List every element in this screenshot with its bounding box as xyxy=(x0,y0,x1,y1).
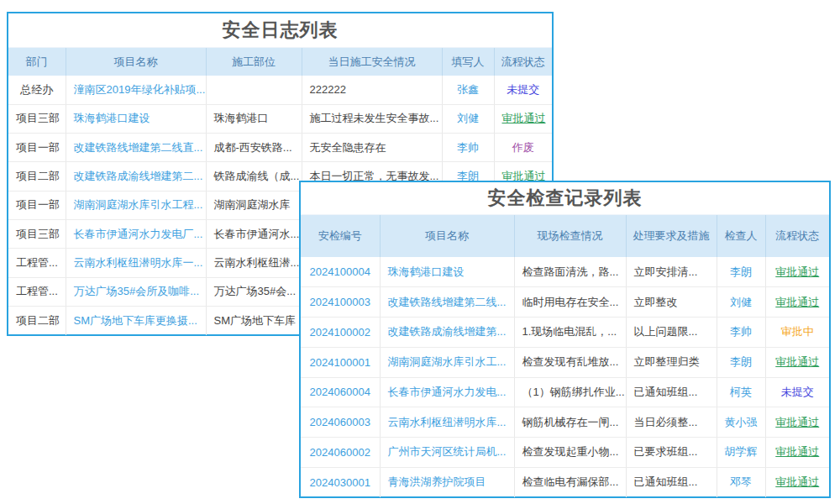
project-name-cell[interactable]: 珠海鹤港口建设 xyxy=(380,257,514,287)
project-name-cell[interactable]: 珠海鹤港口建设 xyxy=(66,104,206,133)
inspection-number-link[interactable]: 2024060002 xyxy=(310,446,370,459)
inspection-number-link[interactable]: 2024060003 xyxy=(310,416,370,428)
project-name-cell[interactable]: 长春市伊通河水力发电厂... xyxy=(66,219,206,248)
inspection-number-link[interactable]: 2024030001 xyxy=(310,476,370,489)
inspection-number-cell[interactable]: 2024060004 xyxy=(301,377,380,407)
inspection-number-cell[interactable]: 2024100004 xyxy=(301,257,380,287)
filler-link[interactable]: 李帅 xyxy=(457,141,479,154)
inspection-number-link[interactable]: 2024060004 xyxy=(310,386,370,398)
inspection-number-cell[interactable]: 2024060003 xyxy=(301,407,380,438)
inspector-cell[interactable]: 黄小强 xyxy=(717,407,765,438)
project-name-cell[interactable]: 长春市伊通河水力发电... xyxy=(380,377,514,407)
project-name-link[interactable]: 珠海鹤港口建设 xyxy=(388,265,465,278)
project-name-cell[interactable]: 改建铁路线增建第二线直... xyxy=(66,134,206,162)
status-text[interactable]: 审批通过 xyxy=(775,416,819,428)
inspector-cell[interactable]: 邓琴 xyxy=(717,467,765,497)
project-name-link[interactable]: 改建铁路线增建第二线... xyxy=(388,296,507,308)
project-name-cell[interactable]: 改建铁路成渝线增建第... xyxy=(380,318,514,348)
project-name-cell[interactable]: 湖南洞庭湖水库引水工... xyxy=(380,347,514,377)
filler-link[interactable]: 刘健 xyxy=(457,112,479,124)
project-name-link[interactable]: 云南水利枢纽潜明水库... xyxy=(388,416,507,428)
inspector-cell[interactable]: 柯英 xyxy=(717,377,765,407)
department-cell: 工程管... xyxy=(8,277,66,306)
project-name-link[interactable]: 湖南洞庭湖水库引水工... xyxy=(388,355,507,368)
project-name-cell[interactable]: 湖南洞庭湖水库引水工程... xyxy=(66,191,206,219)
table-row: 2024060002广州市天河区统计局机...检查发现起重小物...已要求班组.… xyxy=(301,438,829,468)
project-name-link[interactable]: 长春市伊通河水力发电... xyxy=(388,386,507,398)
flow-status-cell[interactable]: 审批通过 xyxy=(494,104,552,133)
filler-cell[interactable]: 刘健 xyxy=(442,104,494,133)
status-text[interactable]: 审批通过 xyxy=(502,112,546,124)
project-name-link[interactable]: 珠海鹤港口建设 xyxy=(74,112,150,124)
header-row: 安检编号项目名称现场检查情况处理要求及措施检查人流程状态 xyxy=(301,215,829,257)
project-name-link[interactable]: 改建铁路线增建第二线直... xyxy=(74,141,203,154)
handling-requirements-text: 当日必须整... xyxy=(634,416,698,428)
department-cell: 项目一部 xyxy=(8,191,66,219)
inspector-link[interactable]: 黄小强 xyxy=(725,416,758,428)
safety-inspection-panel: 安全检查记录列表 安检编号项目名称现场检查情况处理要求及措施检查人流程状态 20… xyxy=(299,181,831,498)
inspection-number-cell[interactable]: 2024100001 xyxy=(301,347,380,377)
project-name-cell[interactable]: SM广场地下车库更换摄... xyxy=(66,306,206,334)
project-name-cell[interactable]: 万达广场35#会所及咖啡... xyxy=(66,277,206,306)
project-name-link[interactable]: 广州市天河区统计局机... xyxy=(388,445,507,458)
project-name-link[interactable]: 长春市伊通河水力发电厂... xyxy=(74,228,203,240)
project-name-link[interactable]: 潼南区2019年绿化补贴项... xyxy=(74,83,206,96)
project-name-cell[interactable]: 改建铁路线增建第二线... xyxy=(380,287,514,318)
flow-status-cell[interactable]: 审批通过 xyxy=(765,467,829,497)
flow-status-cell[interactable]: 审批通过 xyxy=(765,347,829,377)
department-cell: 项目三部 xyxy=(8,219,66,248)
handling-requirements-cell: 已通知班组... xyxy=(626,377,717,407)
project-name-link[interactable]: 改建铁路成渝线增建第... xyxy=(388,325,507,338)
inspection-number-cell[interactable]: 2024100003 xyxy=(301,287,380,318)
status-text[interactable]: 审批通过 xyxy=(775,265,819,278)
inspection-number-link[interactable]: 2024100001 xyxy=(310,356,370,369)
inspector-link[interactable]: 刘健 xyxy=(730,296,752,308)
inspector-link[interactable]: 李帅 xyxy=(730,325,752,338)
status-text[interactable]: 审批通过 xyxy=(775,296,819,308)
inspector-link[interactable]: 邓琴 xyxy=(730,475,752,488)
project-name-link[interactable]: 青海洪湖养护院项目 xyxy=(388,475,486,488)
construction-part-cell: 万达广场35#会... xyxy=(206,277,302,306)
column-header-handling-requirements: 处理要求及措施 xyxy=(626,215,717,257)
inspection-number-link[interactable]: 2024100003 xyxy=(310,296,370,308)
flow-status-cell[interactable]: 审批通过 xyxy=(765,287,829,318)
inspector-link[interactable]: 胡学辉 xyxy=(725,445,758,458)
handling-requirements-text: 立即整理归类 xyxy=(634,355,700,368)
table-row: 2024100004珠海鹤港口建设检查路面清洗，路...立即安排清...李朗审批… xyxy=(301,257,829,287)
project-name-link[interactable]: SM广场地下车库更换摄... xyxy=(74,314,197,327)
inspection-number-link[interactable]: 2024100004 xyxy=(310,265,370,278)
status-text[interactable]: 审批通过 xyxy=(775,445,819,458)
project-name-link[interactable]: 云南水利枢纽潜明水库一... xyxy=(74,256,203,269)
project-name-cell[interactable]: 潼南区2019年绿化补贴项... xyxy=(66,76,206,104)
project-name-cell[interactable]: 云南水利枢纽潜明水库一... xyxy=(66,249,206,277)
project-name-cell[interactable]: 广州市天河区统计局机... xyxy=(380,438,514,468)
inspection-number-link[interactable]: 2024100002 xyxy=(310,326,370,339)
inspection-number-cell[interactable]: 2024030001 xyxy=(301,467,380,497)
construction-part-cell: 珠海鹤港口 xyxy=(206,104,302,133)
filler-cell[interactable]: 张鑫 xyxy=(442,76,494,104)
inspector-cell[interactable]: 李朗 xyxy=(717,257,765,287)
inspector-cell[interactable]: 胡学辉 xyxy=(717,438,765,468)
inspection-number-cell[interactable]: 2024100002 xyxy=(301,318,380,348)
handling-requirements-text: 已要求班组... xyxy=(634,445,698,458)
inspector-cell[interactable]: 李朗 xyxy=(717,347,765,377)
project-name-link[interactable]: 改建铁路成渝线增建第二... xyxy=(74,170,203,182)
status-text[interactable]: 审批通过 xyxy=(775,475,819,488)
project-name-link[interactable]: 万达广场35#会所及咖啡... xyxy=(74,285,200,297)
inspector-cell[interactable]: 李帅 xyxy=(717,318,765,348)
flow-status-cell[interactable]: 审批通过 xyxy=(765,407,829,438)
status-text[interactable]: 审批通过 xyxy=(775,355,819,368)
inspector-link[interactable]: 李朗 xyxy=(730,355,752,368)
project-name-cell[interactable]: 改建铁路成渝线增建第二... xyxy=(66,162,206,191)
inspector-link[interactable]: 李朗 xyxy=(730,265,752,278)
project-name-cell[interactable]: 青海洪湖养护院项目 xyxy=(380,467,514,497)
inspection-number-cell[interactable]: 2024060002 xyxy=(301,438,380,468)
project-name-cell[interactable]: 云南水利枢纽潜明水库... xyxy=(380,407,514,438)
flow-status-cell[interactable]: 审批通过 xyxy=(765,257,829,287)
filler-link[interactable]: 张鑫 xyxy=(457,83,479,96)
inspector-cell[interactable]: 刘健 xyxy=(717,287,765,318)
flow-status-cell[interactable]: 审批通过 xyxy=(765,438,829,468)
inspector-link[interactable]: 柯英 xyxy=(730,386,752,398)
project-name-link[interactable]: 湖南洞庭湖水库引水工程... xyxy=(74,198,203,211)
filler-cell[interactable]: 李帅 xyxy=(442,134,494,162)
